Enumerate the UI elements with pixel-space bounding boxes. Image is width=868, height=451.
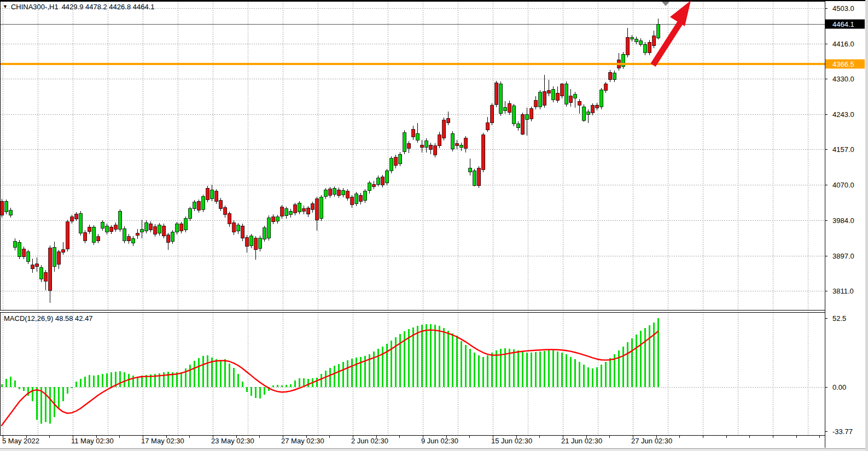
macd-histogram-bar [334, 366, 335, 386]
macd-histogram-bar [482, 357, 484, 387]
macd-histogram-bar [119, 371, 121, 387]
candle [351, 197, 354, 204]
candle [27, 251, 30, 261]
candle [285, 209, 288, 216]
macd-histogram-bar [1, 384, 3, 387]
ohlc-values: 4429.9 4478.2 4426.8 4464.1 [62, 3, 155, 11]
macd-histogram-bar [601, 365, 602, 387]
candle [377, 178, 380, 184]
macd-histogram-bar [141, 376, 143, 386]
macd-histogram-bar [605, 362, 607, 386]
time-tick-label[interactable]: 27 May 02:30 [281, 437, 324, 445]
macd-histogram-bar [347, 360, 348, 387]
macd-histogram-bar [272, 385, 274, 386]
candle [136, 233, 139, 236]
candle [460, 145, 463, 147]
candle [197, 201, 201, 210]
candle [591, 106, 595, 113]
time-tick-label[interactable]: 9 Jun 02:30 [421, 437, 458, 445]
macd-histogram-bar [80, 379, 81, 386]
macd-histogram-bar [377, 349, 379, 386]
macd-histogram-bar [443, 328, 445, 387]
candle [215, 191, 218, 202]
candle [171, 232, 174, 241]
candle [368, 183, 371, 191]
candle [294, 204, 297, 213]
candle [9, 210, 13, 215]
time-tick-label[interactable]: 11 May 02:30 [71, 437, 114, 445]
candle [232, 222, 236, 232]
symbol-menu-icon[interactable]: ▼ [3, 4, 8, 9]
candle [324, 190, 328, 196]
time-tick-label[interactable]: 17 May 02:30 [141, 437, 184, 445]
macd-tick-label: 0.00 [832, 383, 846, 390]
candle [320, 197, 323, 219]
candle [416, 133, 420, 140]
candle [18, 242, 21, 257]
candle [241, 226, 244, 238]
candle [66, 222, 69, 249]
candle [364, 191, 367, 201]
time-tick-label[interactable]: 21 Jun 02:30 [561, 437, 602, 445]
candle [438, 135, 441, 146]
macd-histogram-bar [45, 387, 46, 423]
macd-histogram-bar [264, 387, 265, 395]
candle [202, 196, 205, 209]
macd-histogram-bar [286, 385, 287, 387]
macd-histogram-bar [592, 368, 593, 387]
candle [421, 145, 424, 147]
macd-histogram-bar [535, 352, 537, 386]
time-tick-label[interactable]: 23 May 02:30 [211, 437, 254, 445]
candle [372, 184, 376, 186]
macd-histogram-bar [342, 362, 344, 386]
macd-histogram-bar [198, 358, 200, 387]
macd-histogram-bar [657, 318, 659, 387]
candle [193, 202, 196, 209]
candle [57, 251, 61, 264]
candle [145, 222, 148, 231]
candle [79, 214, 83, 233]
chart-canvas[interactable] [0, 0, 868, 451]
trend-arrow-head[interactable] [670, 1, 691, 26]
price-tick-label: 4070.0 [832, 181, 854, 189]
candle [526, 114, 529, 120]
macd-tick-label: -33.77 [832, 427, 853, 435]
macd-histogram-bar [93, 376, 95, 386]
candle [250, 236, 253, 245]
candle [639, 41, 643, 45]
time-tick-label[interactable]: 15 Jun 02:30 [491, 437, 532, 445]
macd-histogram-bar [207, 355, 208, 386]
macd-histogram-bar [469, 349, 471, 386]
macd-histogram-bar [299, 378, 300, 387]
candle [569, 96, 573, 103]
time-tick-label[interactable]: 27 Jun 02:30 [631, 437, 672, 445]
candle [508, 103, 511, 112]
macd-histogram-bar [622, 347, 624, 387]
candle [346, 191, 349, 198]
candle [36, 264, 39, 267]
candle [92, 227, 96, 242]
macd-histogram-bar [67, 387, 68, 394]
candle [71, 217, 74, 221]
candle [495, 83, 498, 105]
candle [631, 38, 634, 39]
candle [132, 238, 135, 243]
candle [342, 190, 345, 195]
macd-histogram-bar [62, 387, 64, 401]
candle [219, 201, 223, 209]
candle [106, 226, 109, 232]
candle [302, 209, 306, 211]
macd-histogram-bar [180, 372, 182, 386]
candle [44, 272, 48, 281]
macd-histogram-bar [552, 350, 554, 387]
macd-histogram-bar [474, 353, 475, 386]
macd-histogram-bar [97, 375, 99, 387]
macd-histogram-bar [215, 359, 217, 386]
candle [5, 201, 8, 212]
macd-histogram-bar [132, 376, 134, 386]
macd-histogram-bar [321, 374, 322, 387]
time-tick-label[interactable]: 5 May 2022 [2, 437, 39, 445]
candle [114, 225, 118, 229]
macd-histogram-bar [557, 352, 558, 387]
time-tick-label[interactable]: 2 Jun 02:30 [351, 437, 388, 445]
